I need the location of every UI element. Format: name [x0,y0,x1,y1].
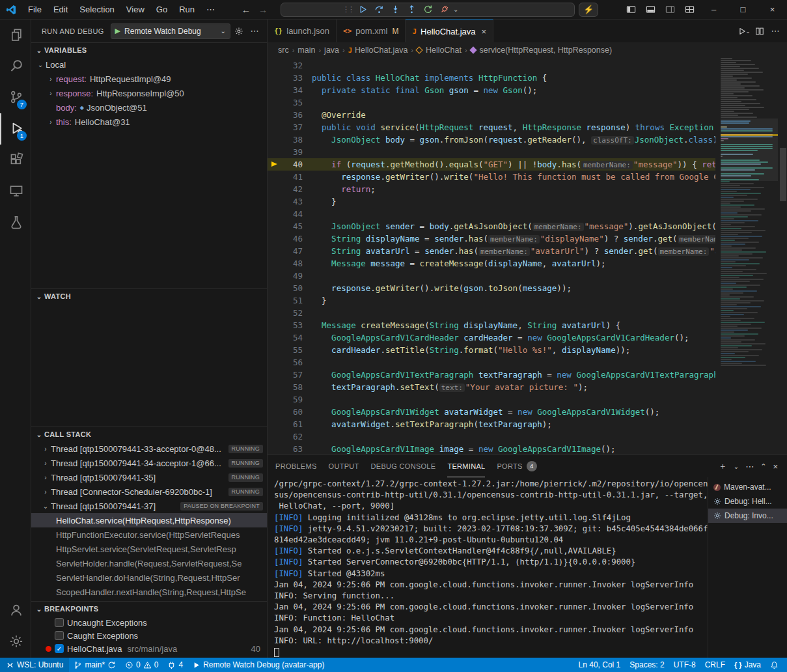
minimap[interactable] [721,58,778,455]
menu-view[interactable]: View [120,3,150,17]
gutter[interactable] [268,443,282,455]
breadcrumb-item[interactable]: java [324,46,339,55]
gutter[interactable] [268,121,282,133]
new-terminal-icon[interactable]: ＋ [719,460,727,472]
menu-file[interactable]: File [22,3,48,17]
minimap-slider[interactable] [721,119,778,181]
activity-run-and-debug[interactable]: 1 [0,113,31,145]
activity-search[interactable] [0,51,31,82]
stack-frame[interactable]: HttpServlet.service(ServletRequest,Servl… [31,542,267,556]
gutter[interactable] [268,208,282,220]
variables-scope-local[interactable]: ⌄Local [31,57,267,72]
code-line-35[interactable]: 35 [268,96,715,109]
code-line-37[interactable]: 37 public void service(HttpRequest reque… [268,121,715,133]
debug-session-dropdown-icon[interactable]: ⌄ [453,6,461,13]
gutter[interactable] [268,356,282,369]
gutter[interactable] [268,220,282,232]
stack-frame[interactable]: ServletHolder.handle(Request,ServletRequ… [31,556,267,570]
breadcrumb-item[interactable]: main [297,46,315,55]
views-more-icon[interactable]: ⋯ [247,26,262,36]
code-line-41[interactable]: 41 response.getWriter().write("Hello! Th… [268,171,715,183]
activity-extensions[interactable] [0,145,31,176]
breakpoint-row[interactable]: Uncaught Exceptions [31,616,267,629]
breadcrumb-item[interactable]: HelloChat [417,46,462,55]
callstack-section-header[interactable]: ⌄ CALL STACK [31,427,267,441]
close-panel-icon[interactable]: × [773,462,778,471]
gutter[interactable] [268,294,282,307]
code-line-48[interactable]: 48 Message message = createMessage(displ… [268,257,715,270]
gutter[interactable] [268,171,282,183]
breakpoint-checkbox[interactable] [55,631,64,640]
maximize-button[interactable]: □ [728,0,758,20]
breadcrumb-item[interactable]: src [278,46,289,55]
callstack-thread[interactable]: ›Thread [qtp1500079441-33-acceptor-0@48.… [31,441,267,456]
variable-row[interactable]: ›request:HttpRequestImpl@49 [31,72,267,86]
terminal-dropdown-icon[interactable]: ⌄ [734,463,739,470]
code-line-32[interactable]: 32 [268,59,715,72]
panel-tab-terminal[interactable]: TERMINAL [447,455,485,477]
back-icon[interactable]: ← [238,5,255,15]
gutter[interactable] [268,282,282,294]
hot-code-replace-button[interactable]: ⚡ [579,3,598,17]
toolbar-grip-icon[interactable]: ⋮⋮ [342,5,353,14]
code-line-44[interactable]: 44 [268,208,715,220]
code-line-47[interactable]: 47 String avatarUrl = sender.has(memberN… [268,245,715,257]
editor-more-icon[interactable]: ⋯ [769,23,782,39]
callstack-thread[interactable]: ›Thread [qtp1500079441-34-acceptor-1@66.… [31,456,267,470]
terminal-instance[interactable]: Debug: Invo... [708,509,787,523]
breakpoints-section-header[interactable]: ⌄ BREAKPOINTS [31,602,267,616]
statusbar-notifications[interactable] [766,661,783,669]
minimize-button[interactable]: – [699,0,728,20]
code-line-50[interactable]: 50 response.getWriter().write(gson.toJso… [268,282,715,294]
menu-selection[interactable]: Selection [74,3,120,17]
stack-frame[interactable]: HelloChat.service(HttpRequest,HttpRespon… [31,513,267,527]
close-tab-icon[interactable]: × [482,27,487,36]
code-line-46[interactable]: 46 String displayName = sender.has(membe… [268,232,715,245]
statusbar-remote-indicator[interactable]: WSL: Ubuntu [0,658,69,672]
code-line-42[interactable]: 42 return; [268,183,715,195]
watch-section-header[interactable]: ⌄ WATCH [31,289,267,303]
gutter[interactable] [268,344,282,356]
code-line-36[interactable]: 36 @Override [268,109,715,121]
command-center[interactable]: ⋮⋮ ⌄ [281,3,575,17]
gutter[interactable] [268,59,282,72]
variable-row[interactable]: ›response:HttpResponseImpl@50 [31,86,267,100]
code-editor[interactable]: 3233public class HelloChat implements Ht… [268,58,787,455]
terminal-instance[interactable]: Maven-avat... [708,480,787,494]
callstack-thread[interactable]: ›Thread [Connector-Scheduler-6920b0bc-1]… [31,484,267,499]
step-out-icon[interactable] [404,3,419,16]
variable-row[interactable]: body:◆JsonObject@51 [31,100,267,115]
customize-layout-icon[interactable] [680,1,699,18]
gutter[interactable] [268,331,282,344]
gutter[interactable] [268,257,282,270]
activity-settings[interactable] [0,626,31,658]
tab-launch.json[interactable]: {}launch.json [268,20,337,42]
panel-more-icon[interactable]: ⋯ [745,462,754,471]
step-over-icon[interactable] [372,3,387,16]
activity-testing[interactable] [0,207,31,238]
activity-source-control[interactable]: 7 [0,82,31,113]
toggle-panel-icon[interactable] [641,1,660,18]
code-line-59[interactable]: 59 [268,393,715,406]
statusbar-problems[interactable]: 00 [120,658,163,672]
gutter[interactable] [268,96,282,109]
menu-edit[interactable]: Edit [48,3,74,17]
forward-icon[interactable]: → [255,5,271,15]
gutter[interactable] [268,158,282,171]
gutter[interactable] [268,406,282,418]
code-line-55[interactable]: 55 cardHeader.setTitle(String.format("He… [268,344,715,356]
code-line-43[interactable]: 43 } [268,195,715,208]
callstack-thread[interactable]: ⌄Thread [qtp1500079441-37]PAUSED ON BREA… [31,499,267,513]
code-line-54[interactable]: 54 GoogleAppsCardV1CardHeader cardHeader… [268,331,715,344]
stack-frame[interactable]: HttpFunctionExecutor.service(HttpServlet… [31,527,267,542]
code-line-62[interactable]: 62 [268,430,715,443]
code-line-38[interactable]: 38 JsonObject body = gson.fromJson(reque… [268,133,715,146]
tab-pom.xml[interactable]: <>pom.xmlM [337,20,406,42]
step-into-icon[interactable] [388,3,403,16]
stack-frame[interactable]: ServletHandler.doHandle(String,Request,H… [31,570,267,585]
menu-go[interactable]: Go [150,3,173,17]
breadcrumb-item[interactable]: JHelloChat.java [348,46,408,55]
start-debug-icon[interactable]: ▶ [115,27,120,35]
panel-tab-problems[interactable]: PROBLEMS [275,455,317,477]
activity-explorer[interactable] [0,20,31,51]
